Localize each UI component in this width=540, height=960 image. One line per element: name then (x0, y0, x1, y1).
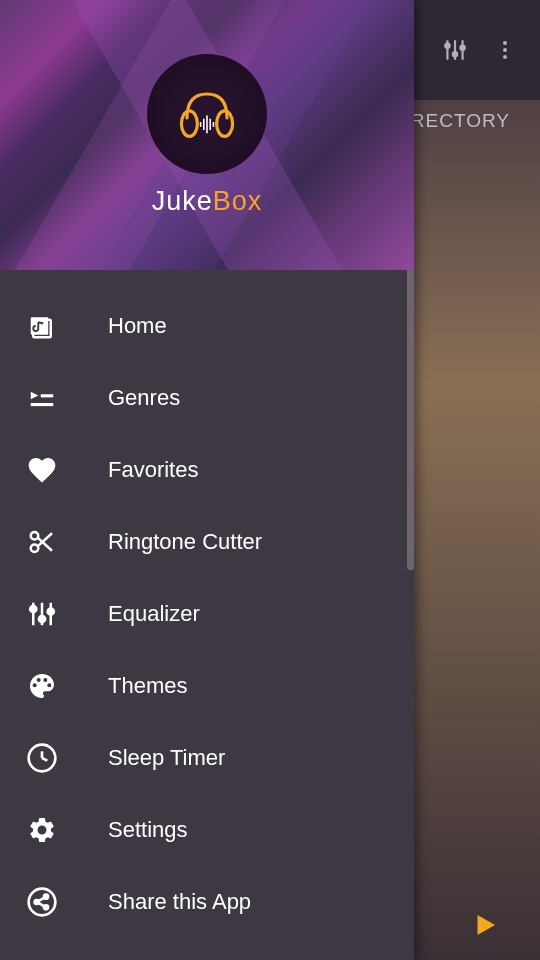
svg-point-34 (43, 678, 47, 682)
menu-item-equalizer[interactable]: Equalizer (0, 578, 414, 650)
svg-point-6 (503, 41, 507, 45)
svg-line-44 (38, 903, 45, 907)
drawer-menu: Home Genres (0, 270, 414, 960)
drawer-header: JukeBox (0, 0, 414, 270)
scissors-icon (24, 524, 60, 560)
equalizer-toolbar-button[interactable] (435, 30, 475, 70)
menu-label: Favorites (108, 457, 198, 483)
svg-point-29 (30, 606, 36, 612)
menu-label: Equalizer (108, 601, 200, 627)
svg-rect-21 (31, 403, 54, 406)
overflow-menu-button[interactable] (485, 30, 525, 70)
svg-point-32 (33, 683, 37, 687)
menu-item-favorites[interactable]: Favorites (0, 434, 414, 506)
svg-point-4 (453, 52, 457, 56)
svg-point-31 (48, 608, 54, 614)
svg-marker-19 (31, 392, 39, 400)
menu-item-genres[interactable]: Genres (0, 362, 414, 434)
clock-icon (24, 740, 60, 776)
svg-point-5 (460, 46, 464, 50)
menu-label: Settings (108, 817, 188, 843)
home-icon (24, 308, 60, 344)
app-name-part2: Box (213, 186, 263, 216)
svg-point-10 (181, 110, 197, 136)
svg-point-39 (29, 889, 56, 916)
menu-item-themes[interactable]: Themes (0, 650, 414, 722)
app-logo-text: JukeBox (152, 186, 263, 217)
menu-label: Share this App (108, 889, 251, 915)
menu-label: Genres (108, 385, 180, 411)
menu-item-settings[interactable]: Settings (0, 794, 414, 866)
play-button[interactable] (460, 900, 510, 950)
svg-point-3 (445, 44, 449, 48)
gear-icon (24, 812, 60, 848)
svg-line-38 (42, 758, 47, 761)
equalizer-icon (24, 596, 60, 632)
menu-label: Home (108, 313, 167, 339)
heart-icon (24, 452, 60, 488)
app-name-part1: Juke (152, 186, 213, 216)
svg-rect-20 (41, 394, 54, 397)
menu-label: Themes (108, 673, 187, 699)
menu-label: Ringtone Cutter (108, 529, 262, 555)
share-icon (24, 884, 60, 920)
svg-marker-9 (478, 915, 496, 935)
genres-icon (24, 380, 60, 416)
palette-icon (24, 668, 60, 704)
svg-point-7 (503, 48, 507, 52)
svg-point-33 (37, 678, 41, 682)
menu-item-home[interactable]: Home (0, 290, 414, 362)
menu-label: Sleep Timer (108, 745, 225, 771)
menu-item-sleep-timer[interactable]: Sleep Timer (0, 722, 414, 794)
svg-point-30 (39, 616, 45, 622)
app-logo-icon (147, 54, 267, 174)
svg-point-11 (217, 110, 233, 136)
svg-point-35 (47, 683, 51, 687)
menu-item-ringtone-cutter[interactable]: Ringtone Cutter (0, 506, 414, 578)
menu-item-share[interactable]: Share this App (0, 866, 414, 938)
svg-point-8 (503, 55, 507, 59)
navigation-drawer: JukeBox Home (0, 0, 414, 960)
svg-line-43 (38, 897, 45, 901)
